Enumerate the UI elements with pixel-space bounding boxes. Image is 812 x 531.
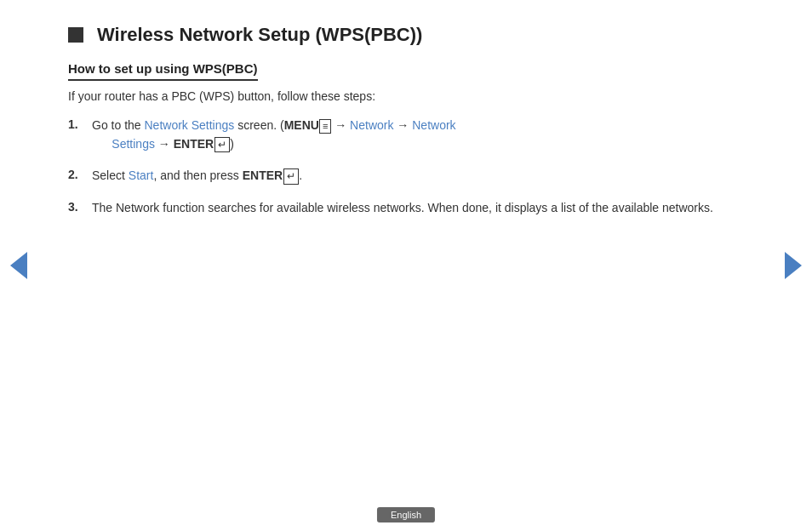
step-2-number: 2. xyxy=(68,167,92,181)
network-link-1: Network xyxy=(350,118,393,132)
steps-list: 1. Go to the Network Settings screen. (M… xyxy=(68,117,744,218)
bottom-bar: English xyxy=(377,506,435,521)
step-1-text: Go to the Network Settings screen. (MENU… xyxy=(92,117,456,153)
step-1: 1. Go to the Network Settings screen. (M… xyxy=(68,117,744,153)
step-3: 3. The Network function searches for ava… xyxy=(68,199,744,218)
main-content: Wireless Network Setup (WPS(PBC)) How to… xyxy=(0,0,812,248)
menu-icon: ≡ xyxy=(319,119,331,134)
nav-right-arrow[interactable] xyxy=(785,252,802,279)
enter-label-1: ENTER xyxy=(174,137,214,151)
enter-label-2: ENTER xyxy=(243,168,283,182)
step-1-number: 1. xyxy=(68,117,92,131)
page-title-row: Wireless Network Setup (WPS(PBC)) xyxy=(68,24,744,46)
page-title: Wireless Network Setup (WPS(PBC)) xyxy=(97,24,422,46)
step-3-number: 3. xyxy=(68,199,92,214)
network-settings-link-1: Network Settings xyxy=(144,118,234,132)
step-2: 2. Select Start, and then press ENTER↵. xyxy=(68,167,744,186)
language-badge: English xyxy=(377,507,435,522)
menu-label: MENU xyxy=(284,118,319,132)
nav-left-arrow[interactable] xyxy=(10,252,27,279)
start-link: Start xyxy=(129,168,154,182)
section-heading: How to set up using WPS(PBC) xyxy=(68,61,258,81)
title-square-icon xyxy=(68,27,83,43)
step-2-text: Select Start, and then press ENTER↵. xyxy=(92,167,302,186)
step-3-text: The Network function searches for availa… xyxy=(92,199,713,218)
enter-icon-1: ↵ xyxy=(214,137,230,152)
enter-icon-2: ↵ xyxy=(283,168,299,184)
intro-text: If your router has a PBC (WPS) button, f… xyxy=(68,89,744,103)
